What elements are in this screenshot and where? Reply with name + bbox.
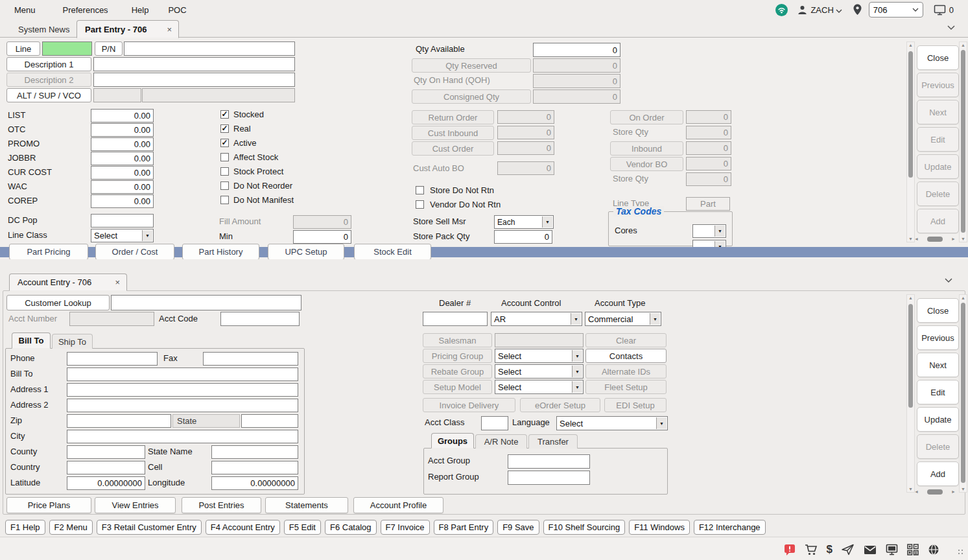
account-close-button[interactable]: Close: [917, 298, 959, 323]
user-chevron-icon[interactable]: [836, 8, 842, 14]
f8-part-entry-button[interactable]: F8 Part Entry: [434, 520, 494, 535]
account-side-hscrollbar[interactable]: [914, 489, 956, 495]
affect-stock-checkbox[interactable]: [220, 153, 229, 161]
workstation-icon[interactable]: [886, 544, 898, 555]
fleet-setup-button[interactable]: Fleet Setup: [585, 380, 667, 394]
send-icon[interactable]: [842, 544, 855, 555]
f7-invoice-button[interactable]: F7 Invoice: [381, 520, 430, 535]
account-next-button[interactable]: Next: [917, 353, 959, 377]
cust-inbound-button[interactable]: Cust Inbound: [412, 126, 494, 140]
min-input[interactable]: 0: [293, 230, 351, 244]
part-outer-scrollbar[interactable]: [959, 41, 967, 242]
order-cost-button[interactable]: Order / Cost: [95, 244, 174, 259]
dealer-input[interactable]: [423, 312, 488, 326]
cust-order-button[interactable]: Cust Order: [412, 141, 494, 156]
part-close-button[interactable]: Close: [917, 45, 959, 70]
account-delete-button[interactable]: Delete: [917, 434, 959, 459]
price-input[interactable]: 0.00: [91, 166, 154, 180]
calculator-icon[interactable]: [907, 544, 919, 555]
report-group-input[interactable]: [508, 471, 590, 485]
pn-input[interactable]: [124, 41, 295, 56]
acct-group-input[interactable]: [508, 454, 590, 469]
qty-reserved-button[interactable]: Qty Reserved: [412, 58, 531, 73]
part-next-button[interactable]: Next: [917, 100, 959, 124]
account-inner-scrollbar[interactable]: [906, 294, 915, 493]
menu-item-poc[interactable]: POC: [168, 5, 186, 15]
store-sell-msr-select[interactable]: Each: [494, 215, 554, 229]
cell-input[interactable]: [211, 461, 298, 474]
price-input[interactable]: 0.00: [91, 123, 154, 137]
part-history-button[interactable]: Part History: [182, 244, 259, 259]
stock-edit-button[interactable]: Stock Edit: [354, 244, 431, 259]
return-order-button[interactable]: Return Order: [412, 110, 494, 124]
state-input[interactable]: [241, 414, 298, 428]
cores-select[interactable]: [692, 224, 726, 238]
price-plans-button[interactable]: Price Plans: [6, 497, 91, 513]
customer-lookup-button[interactable]: Customer Lookup: [6, 295, 110, 310]
store-do-not-rtn-checkbox[interactable]: [416, 186, 424, 194]
part-pricing-button[interactable]: Part Pricing: [9, 244, 88, 259]
mail-icon[interactable]: [864, 545, 877, 555]
description2-input[interactable]: [93, 73, 295, 87]
setup-model-select[interactable]: Select: [495, 380, 584, 394]
pricing-group-select[interactable]: Select: [495, 349, 584, 363]
f10-shelf-sourcing-button[interactable]: F10 Shelf Sourcing: [543, 520, 626, 535]
tab-bill-to[interactable]: Bill To: [12, 332, 51, 349]
f5-edit-button[interactable]: F5 Edit: [284, 520, 321, 535]
f4-account-entry-button[interactable]: F4 Account Entry: [206, 520, 280, 535]
dc-pop-input[interactable]: [91, 214, 154, 228]
price-input[interactable]: 0.00: [91, 194, 154, 208]
tab-part-entry[interactable]: Part Entry - 706 ×: [77, 20, 179, 38]
cart-icon[interactable]: [805, 544, 818, 556]
part-edit-button[interactable]: Edit: [917, 127, 959, 152]
contacts-button[interactable]: Contacts: [585, 349, 667, 363]
real-checkbox[interactable]: ✓: [220, 124, 229, 133]
statements-button[interactable]: Statements: [265, 497, 348, 513]
account-previous-button[interactable]: Previous: [917, 325, 959, 350]
consigned-qty-button[interactable]: Consigned Qty: [412, 89, 531, 104]
account-type-select[interactable]: Commercial: [585, 312, 661, 326]
latitude-input[interactable]: 0.00000000: [67, 476, 145, 490]
do-not-reorder-checkbox[interactable]: [220, 181, 229, 190]
globe-icon[interactable]: [928, 544, 939, 555]
part-inner-scrollbar[interactable]: [906, 41, 915, 242]
rebate-group-button[interactable]: Rebate Group: [423, 364, 492, 379]
bill-to-input[interactable]: [67, 368, 298, 381]
tab-groups[interactable]: Groups: [431, 433, 474, 449]
invoice-delivery-button[interactable]: Invoice Delivery: [423, 398, 515, 412]
do-not-manifest-checkbox[interactable]: [220, 196, 229, 204]
vendor-bo-button[interactable]: Vendor BO: [610, 157, 683, 171]
account-control-select[interactable]: AR: [491, 312, 582, 326]
tab-account-entry[interactable]: Account Entry - 706 ×: [9, 274, 127, 291]
upc-setup-button[interactable]: UPC Setup: [268, 244, 344, 259]
price-input[interactable]: 0.00: [91, 152, 154, 165]
resize-grip[interactable]: [958, 550, 960, 551]
acct-class-input[interactable]: [481, 416, 508, 430]
price-input[interactable]: 0.00: [91, 137, 154, 151]
state-name-input[interactable]: [211, 445, 298, 459]
account-update-button[interactable]: Update: [917, 407, 959, 432]
phone-input[interactable]: [67, 352, 158, 366]
part-delete-button[interactable]: Delete: [917, 181, 959, 206]
line-button[interactable]: Line: [6, 41, 40, 56]
city-input[interactable]: [67, 430, 298, 443]
tab-part-entry-close-icon[interactable]: ×: [165, 25, 173, 34]
user-menu[interactable]: ZACH: [810, 5, 833, 15]
clear-button[interactable]: Clear: [585, 333, 667, 347]
alternate-ids-button[interactable]: Alternate IDs: [585, 364, 667, 379]
description1-button[interactable]: Description 1: [6, 57, 91, 71]
fax-input[interactable]: [203, 352, 298, 366]
dollar-icon[interactable]: [827, 543, 832, 556]
address1-input[interactable]: [67, 383, 298, 397]
zip-input[interactable]: [67, 414, 171, 428]
part-update-button[interactable]: Update: [917, 154, 959, 179]
menu-item-menu[interactable]: Menu: [14, 5, 36, 15]
price-input[interactable]: 0.00: [91, 109, 154, 122]
tab-account-entry-close-icon[interactable]: ×: [113, 277, 121, 287]
vendor-do-not-rtn-checkbox[interactable]: [416, 200, 424, 209]
tab-transfer[interactable]: Transfer: [528, 434, 578, 449]
f9-save-button[interactable]: F9 Save: [497, 520, 539, 535]
price-input[interactable]: 0.00: [91, 180, 154, 194]
f2-menu-button[interactable]: F2 Menu: [49, 520, 93, 535]
acct-code-input[interactable]: [220, 312, 300, 326]
